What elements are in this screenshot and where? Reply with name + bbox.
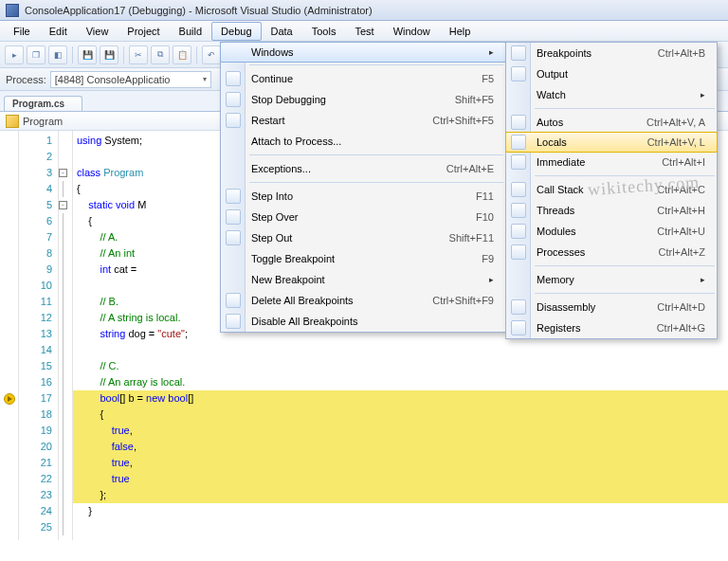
submenu-item-modules[interactable]: ModulesCtrl+Alt+U [506, 221, 717, 242]
breakpoint-gutter[interactable] [0, 131, 19, 540]
submenu-item-output[interactable]: Output [506, 63, 717, 84]
menu-window[interactable]: Window [384, 22, 440, 41]
menu-item-icon [226, 71, 241, 86]
menu-item-shortcut: F9 [459, 253, 494, 264]
save-all-icon[interactable]: 💾 [100, 45, 118, 64]
menu-item-shortcut: Shift+F5 [432, 94, 494, 105]
menu-separator [249, 182, 503, 183]
menu-item-icon [511, 182, 526, 197]
copy-icon[interactable]: ⧉ [151, 45, 170, 64]
menu-item-icon [511, 154, 526, 170]
menu-item-label: Threads [537, 205, 634, 216]
code-line[interactable]: true [73, 471, 728, 487]
menu-item-shortcut: Ctrl+Alt+B [635, 47, 705, 59]
menu-test[interactable]: Test [345, 22, 383, 41]
submenu-item-registers[interactable]: RegistersCtrl+Alt+G [506, 317, 717, 338]
menu-debug[interactable]: Debug [211, 22, 261, 41]
tab-program-cs[interactable]: Program.cs [4, 96, 82, 111]
menu-tools[interactable]: Tools [302, 22, 346, 41]
menu-edit[interactable]: Edit [40, 22, 77, 41]
submenu-item-call-stack[interactable]: Call StackCtrl+Alt+C [506, 179, 717, 200]
menu-item-continue[interactable]: ContinueF5 [221, 68, 505, 89]
save-icon[interactable]: 💾 [78, 45, 97, 64]
fold-toggle[interactable]: - [59, 169, 67, 177]
code-line[interactable]: // C. [73, 358, 728, 374]
code-line[interactable]: // An array is local. [73, 374, 728, 390]
fold-toggle[interactable]: - [59, 201, 67, 209]
menu-item-label: Attach to Process... [251, 136, 494, 147]
menu-item-toggle-breakpoint[interactable]: Toggle BreakpointF9 [221, 248, 505, 269]
submenu-item-breakpoints[interactable]: BreakpointsCtrl+Alt+B [506, 43, 717, 63]
menu-view[interactable]: View [77, 22, 118, 41]
menu-item-attach-to-process[interactable]: Attach to Process... [221, 131, 505, 152]
process-selector[interactable]: [4848] ConsoleApplicatio [50, 71, 211, 88]
code-line[interactable]: }; [73, 487, 728, 503]
toolbar-button[interactable]: ❐ [27, 45, 46, 64]
submenu-item-disassembly[interactable]: DisassemblyCtrl+Alt+D [506, 297, 717, 317]
submenu-item-threads[interactable]: ThreadsCtrl+Alt+H [506, 200, 717, 221]
undo-icon[interactable]: ↶ [202, 45, 221, 64]
submenu-item-watch[interactable]: Watch▸ [506, 84, 717, 105]
menu-item-disable-all-breakpoints[interactable]: Disable All Breakpoints [221, 311, 505, 332]
menu-separator [535, 265, 715, 266]
toolbar-button[interactable]: ◧ [48, 45, 67, 64]
menu-item-shortcut: Ctrl+Alt+V, A [624, 117, 705, 128]
code-line[interactable]: bool[] b = new bool[] [73, 390, 728, 407]
menu-item-icon [226, 293, 241, 308]
code-line[interactable]: } [73, 503, 728, 519]
menu-item-shortcut: Ctrl+Alt+E [424, 163, 494, 174]
menu-item-shortcut: Ctrl+Alt+D [634, 301, 705, 313]
menu-item-step-into[interactable]: Step IntoF11 [221, 186, 505, 207]
code-line[interactable]: { [73, 407, 728, 423]
menu-item-label: Toggle Breakpoint [251, 253, 459, 264]
menu-build[interactable]: Build [170, 22, 211, 41]
code-line[interactable] [73, 342, 728, 358]
menu-project[interactable]: Project [118, 22, 169, 41]
menu-item-step-over[interactable]: Step OverF10 [221, 207, 505, 227]
menu-item-new-breakpoint[interactable]: New Breakpoint▸ [221, 269, 505, 290]
line-number-gutter: 1234567891011121314151617181920212223242… [19, 131, 59, 540]
menu-item-shortcut: Ctrl+Alt+G [634, 322, 705, 334]
menu-item-windows[interactable]: Windows▸ [220, 42, 506, 63]
menu-item-restart[interactable]: RestartCtrl+Shift+F5 [221, 110, 505, 131]
submenu-arrow-icon: ▸ [476, 275, 494, 284]
menu-item-step-out[interactable]: Step OutShift+F11 [221, 227, 505, 248]
menu-help[interactable]: Help [440, 22, 481, 41]
menu-data[interactable]: Data [262, 22, 302, 41]
menu-item-label: Exceptions... [251, 163, 424, 174]
menu-item-label: Modules [537, 226, 634, 237]
toolbar-button[interactable]: ▸ [5, 45, 24, 64]
cut-icon[interactable]: ✂ [129, 45, 148, 64]
menu-item-shortcut: F5 [459, 73, 494, 84]
submenu-item-immediate[interactable]: ImmediateCtrl+Alt+I [506, 152, 717, 172]
menu-item-stop-debugging[interactable]: Stop DebuggingShift+F5 [221, 89, 505, 110]
menu-item-exceptions[interactable]: Exceptions...Ctrl+Alt+E [221, 158, 505, 179]
submenu-item-processes[interactable]: ProcessesCtrl+Alt+Z [506, 242, 717, 262]
menu-item-label: Memory [537, 274, 687, 285]
class-icon [6, 115, 19, 128]
submenu-item-locals[interactable]: LocalsCtrl+Alt+V, L [505, 132, 718, 153]
code-line[interactable]: true, [73, 455, 728, 471]
submenu-item-memory[interactable]: Memory▸ [506, 269, 717, 290]
menu-item-label: Call Stack [537, 184, 634, 195]
submenu-item-autos[interactable]: AutosCtrl+Alt+V, A [506, 112, 717, 133]
menu-item-shortcut: Ctrl+Alt+Z [635, 246, 705, 258]
current-statement-icon [4, 393, 15, 405]
menu-file[interactable]: File [4, 22, 40, 41]
menu-item-delete-all-breakpoints[interactable]: Delete All BreakpointsCtrl+Shift+F9 [221, 290, 505, 311]
code-line[interactable]: false, [73, 439, 728, 455]
menu-item-label: Autos [537, 117, 624, 128]
menu-item-icon [226, 314, 241, 329]
menu-item-label: Watch [537, 89, 687, 100]
menu-item-label: Immediate [537, 156, 639, 168]
paste-icon[interactable]: 📋 [173, 45, 191, 64]
submenu-arrow-icon: ▸ [476, 47, 494, 57]
menu-item-label: Continue [251, 73, 459, 84]
fold-gutter[interactable]: -- [59, 131, 73, 540]
code-line[interactable]: true, [73, 423, 728, 439]
menu-item-icon [511, 299, 526, 315]
menu-item-shortcut: Ctrl+Alt+V, L [625, 136, 705, 148]
menu-item-shortcut: Ctrl+Alt+I [639, 156, 705, 168]
code-line[interactable] [73, 519, 728, 535]
menu-item-shortcut: Ctrl+Alt+U [634, 226, 705, 237]
